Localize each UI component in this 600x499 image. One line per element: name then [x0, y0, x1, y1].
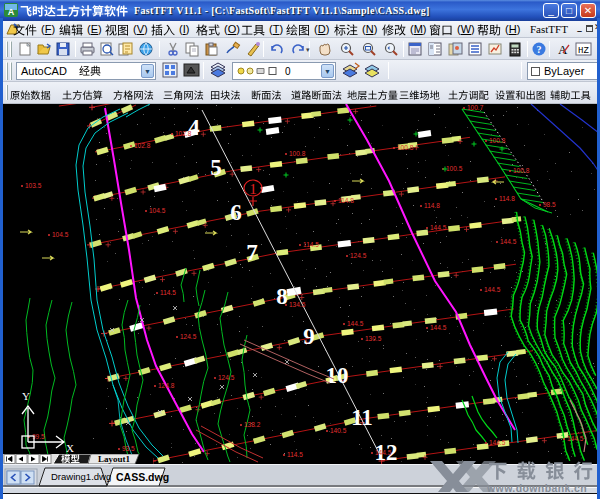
- svg-text:9: 9: [303, 324, 315, 349]
- svg-text:100.8: 100.8: [397, 144, 414, 151]
- svg-text:102.8: 102.8: [175, 130, 192, 137]
- svg-text:104.5: 104.5: [52, 231, 69, 238]
- svg-text:103.5: 103.5: [25, 182, 42, 189]
- svg-text:144.5: 144.5: [489, 439, 506, 446]
- svg-text:124.5: 124.5: [218, 374, 235, 381]
- svg-text:98.5: 98.5: [543, 201, 556, 208]
- svg-text:144.5: 144.5: [484, 286, 501, 293]
- svg-text:0: 0: [285, 66, 291, 77]
- svg-text:Drawing1.dwg: Drawing1.dwg: [51, 471, 111, 482]
- svg-text:104.5: 104.5: [149, 207, 166, 214]
- svg-text:130.5: 130.5: [365, 335, 382, 342]
- svg-text:?: ?: [537, 44, 542, 55]
- svg-text:100.8: 100.8: [513, 167, 530, 174]
- svg-text:www.downbank.cn: www.downbank.cn: [486, 482, 587, 494]
- svg-text:10: 10: [326, 363, 349, 388]
- svg-text:11: 11: [351, 405, 373, 430]
- svg-text:5: 5: [210, 155, 222, 180]
- svg-text:144.5: 144.5: [347, 320, 364, 327]
- svg-text:100.5: 100.5: [446, 165, 463, 172]
- svg-text:114.5: 114.5: [160, 289, 176, 296]
- svg-text:114.5: 114.5: [303, 241, 319, 248]
- svg-text:138.2: 138.2: [244, 421, 261, 428]
- svg-text:7: 7: [246, 240, 258, 265]
- svg-text:114.8: 114.8: [499, 195, 515, 202]
- svg-text:100.8: 100.8: [289, 150, 306, 157]
- svg-text:6: 6: [230, 200, 242, 225]
- svg-text:124.8: 124.8: [158, 382, 175, 389]
- svg-text:144.5: 144.5: [567, 435, 584, 442]
- svg-text:114.5: 114.5: [287, 451, 303, 458]
- svg-text:140.5: 140.5: [330, 427, 347, 434]
- svg-text:A: A: [558, 42, 568, 57]
- svg-text:134.5: 134.5: [289, 301, 306, 308]
- svg-text:144.5: 144.5: [430, 224, 447, 231]
- svg-text:144.5: 144.5: [500, 238, 517, 245]
- svg-text:100.8: 100.8: [489, 137, 506, 144]
- svg-text:A: A: [8, 7, 15, 17]
- svg-text:102.8: 102.8: [134, 142, 151, 149]
- svg-text:144.5: 144.5: [375, 449, 392, 456]
- svg-text:93.5: 93.5: [122, 445, 135, 452]
- svg-text:144.5: 144.5: [430, 324, 447, 331]
- svg-text:X: X: [66, 442, 74, 454]
- svg-text:114.8: 114.8: [424, 202, 440, 209]
- svg-text:114.8: 114.8: [338, 197, 354, 204]
- svg-text:124.5: 124.5: [350, 252, 367, 259]
- svg-text:CASS.dwg: CASS.dwg: [116, 471, 169, 483]
- svg-text:124.5: 124.5: [180, 333, 197, 340]
- svg-text:Layout1: Layout1: [98, 454, 131, 464]
- svg-text:Y: Y: [22, 390, 30, 402]
- svg-text:1: 1: [249, 181, 257, 197]
- svg-text:HZ: HZ: [578, 46, 589, 56]
- svg-text:100.7: 100.7: [467, 104, 484, 111]
